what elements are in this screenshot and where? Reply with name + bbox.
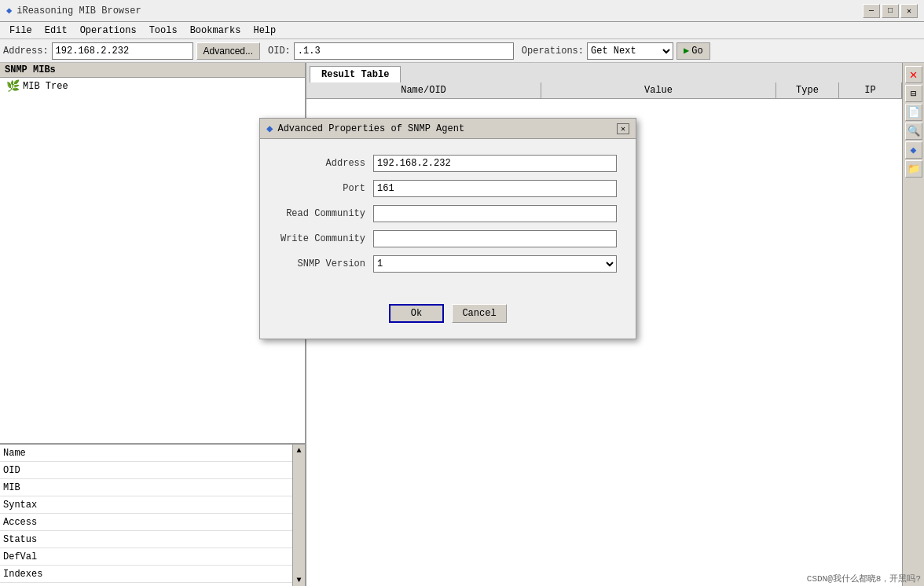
address-field[interactable]: [373, 155, 617, 172]
snmp-version-label: SNMP Version: [279, 258, 373, 269]
write-community-label: Write Community: [279, 233, 373, 244]
dialog-title-left: ◆ Advanced Properties of SNMP Agent: [266, 122, 464, 135]
dialog-footer: Ok Cancel: [260, 296, 636, 339]
ok-button[interactable]: Ok: [389, 304, 444, 323]
form-row-snmp-version: SNMP Version 1 2c 3: [279, 255, 617, 273]
dialog-titlebar: ◆ Advanced Properties of SNMP Agent ✕: [260, 119, 636, 139]
port-field-label: Port: [279, 183, 373, 194]
read-community-label: Read Community: [279, 208, 373, 219]
dialog-icon: ◆: [266, 122, 273, 135]
read-community-field[interactable]: [373, 205, 617, 222]
dialog-title: Advanced Properties of SNMP Agent: [277, 123, 464, 134]
form-row-address: Address: [279, 155, 617, 172]
cancel-button[interactable]: Cancel: [452, 304, 507, 323]
address-field-label: Address: [279, 158, 373, 169]
snmp-version-select[interactable]: 1 2c 3: [373, 255, 617, 273]
form-row-port: Port: [279, 180, 617, 197]
advanced-properties-dialog: ◆ Advanced Properties of SNMP Agent ✕ Ad…: [259, 118, 636, 339]
form-row-read-community: Read Community: [279, 205, 617, 222]
form-row-write-community: Write Community: [279, 230, 617, 247]
port-field[interactable]: [373, 180, 617, 197]
dialog-body: Address Port Read Community Write Commun…: [260, 139, 636, 296]
write-community-field[interactable]: [373, 230, 617, 247]
dialog-close-button[interactable]: ✕: [617, 123, 629, 134]
